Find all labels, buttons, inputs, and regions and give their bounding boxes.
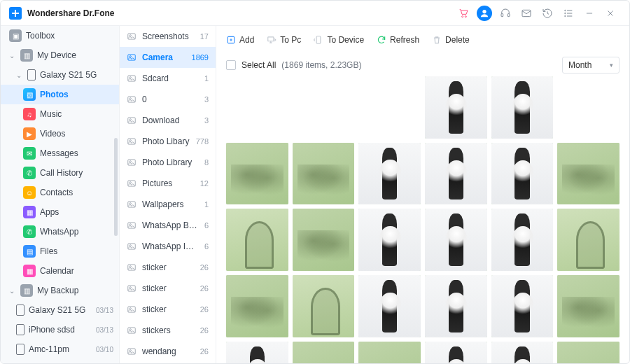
add-button[interactable]: Add bbox=[226, 35, 254, 45]
close-button[interactable] bbox=[603, 6, 618, 21]
sidebar-item-apps[interactable]: ▦Apps bbox=[1, 202, 119, 222]
photo-thumbnail[interactable] bbox=[557, 76, 620, 139]
sidebar-device[interactable]: ⌄Galaxy S21 5G bbox=[1, 65, 119, 85]
folder-item[interactable]: Wallpapers1 bbox=[120, 194, 216, 215]
to-pc-button[interactable]: To Pc bbox=[267, 35, 301, 45]
backup-item[interactable]: Amc-11pm03/10 bbox=[1, 340, 119, 359]
folder-item[interactable]: Photo Library8 bbox=[120, 152, 216, 173]
photo-thumbnail[interactable] bbox=[293, 342, 355, 363]
folder-item[interactable]: Photo Libary778 bbox=[120, 131, 216, 152]
photo-thumbnail[interactable] bbox=[425, 209, 487, 271]
to-device-button[interactable]: To Device bbox=[314, 35, 364, 45]
folder-item[interactable]: wendang26 bbox=[120, 341, 216, 362]
refresh-button[interactable]: Refresh bbox=[377, 35, 419, 45]
photo-thumbnail[interactable] bbox=[491, 76, 554, 139]
photo-thumbnail[interactable] bbox=[226, 143, 288, 205]
photo-thumbnail[interactable] bbox=[491, 209, 554, 271]
photo-thumbnail[interactable] bbox=[293, 209, 355, 271]
delete-button[interactable]: Delete bbox=[432, 35, 470, 45]
sidebar-my-device[interactable]: ⌄▥My Device bbox=[1, 46, 119, 65]
app-title: Wondershare Dr.Fone bbox=[27, 8, 114, 18]
minimize-button[interactable] bbox=[582, 6, 597, 21]
sidebar-item-contacts[interactable]: ☺Contacts bbox=[1, 183, 119, 202]
sidebar-item-videos[interactable]: ▶Videos bbox=[1, 124, 119, 144]
photo-thumbnail[interactable] bbox=[425, 143, 487, 205]
history-icon[interactable] bbox=[540, 6, 555, 21]
photo-thumbnail[interactable] bbox=[557, 209, 620, 271]
folder-label: WhatsApp Images bbox=[142, 241, 199, 251]
photo-thumbnail[interactable] bbox=[293, 76, 355, 139]
photo-thumbnail[interactable] bbox=[557, 275, 620, 337]
select-all-label[interactable]: Select All bbox=[241, 60, 276, 70]
photo-thumbnail[interactable] bbox=[293, 275, 355, 337]
folder-item[interactable]: sticker26 bbox=[120, 278, 216, 299]
photo-thumbnail[interactable] bbox=[557, 143, 620, 205]
item-count: (1869 items, 2.23GB) bbox=[281, 60, 361, 70]
photo-thumbnail[interactable] bbox=[358, 275, 421, 337]
folder-item[interactable]: Sdcard1 bbox=[120, 68, 216, 89]
photo-grid bbox=[216, 76, 629, 363]
image-icon bbox=[127, 346, 136, 356]
photo-thumbnail[interactable] bbox=[425, 342, 487, 363]
photo-thumbnail[interactable] bbox=[425, 76, 487, 139]
folder-item[interactable]: Camera1869 bbox=[120, 47, 216, 68]
folder-item[interactable]: sticker26 bbox=[120, 257, 216, 278]
photo-thumbnail[interactable] bbox=[226, 275, 288, 337]
image-icon bbox=[127, 304, 136, 314]
photo-thumbnail[interactable] bbox=[293, 143, 355, 205]
folder-item[interactable]: Pictures12 bbox=[120, 173, 216, 194]
backup-item[interactable]: iPhone sdsd03/13 bbox=[1, 320, 119, 340]
image-icon bbox=[127, 94, 136, 104]
folder-label: wendang bbox=[142, 346, 195, 356]
folder-item[interactable]: WhatsApp Images6 bbox=[120, 236, 216, 257]
folder-item[interactable]: Download3 bbox=[120, 110, 216, 131]
sidebar-my-backup[interactable]: ⌄▥My Backup bbox=[1, 281, 119, 300]
photo-thumbnail[interactable] bbox=[358, 143, 421, 205]
toolbar: Add To Pc To Device Refresh Delete bbox=[216, 26, 629, 54]
folder-item[interactable]: sticker26 bbox=[120, 299, 216, 320]
sidebar-item-music[interactable]: ♫Music bbox=[1, 104, 119, 124]
folder-count: 26 bbox=[200, 326, 209, 335]
chevron-down-icon: ▾ bbox=[610, 62, 613, 69]
sidebar-item-messages[interactable]: ✉Messages bbox=[1, 144, 119, 163]
select-all-checkbox[interactable] bbox=[226, 60, 236, 70]
photo-thumbnail[interactable] bbox=[425, 275, 487, 337]
mail-icon[interactable] bbox=[519, 6, 534, 21]
list-icon[interactable] bbox=[561, 6, 576, 21]
photo-thumbnail[interactable] bbox=[557, 342, 620, 363]
sidebar-item-calendar[interactable]: ▦Calendar bbox=[1, 261, 119, 281]
sidebar-scrollbar[interactable] bbox=[114, 138, 118, 236]
folder-item[interactable]: WhatsApp Busin..6 bbox=[120, 215, 216, 236]
image-icon bbox=[127, 158, 136, 167]
sidebar-item-photos[interactable]: ▧Photos bbox=[1, 85, 119, 104]
group-dropdown[interactable]: Month▾ bbox=[562, 57, 620, 74]
folder-item[interactable]: 03 bbox=[120, 89, 216, 110]
sidebar-item-files[interactable]: ▤Files bbox=[1, 241, 119, 261]
sidebar-item-whatsapp[interactable]: ✆WhatsApp bbox=[1, 222, 119, 241]
folder-count: 778 bbox=[196, 137, 209, 146]
photo-thumbnail[interactable] bbox=[226, 209, 288, 271]
photo-thumbnail[interactable] bbox=[491, 275, 554, 337]
sidebar-toolbox[interactable]: ▣Toolbox bbox=[1, 26, 119, 46]
folder-label: Pictures bbox=[142, 178, 195, 188]
backup-item[interactable]: iPhone 13aaa03/03 bbox=[1, 359, 119, 363]
folder-label: 0 bbox=[142, 94, 199, 104]
svg-point-7 bbox=[565, 13, 566, 13]
image-icon bbox=[127, 52, 136, 62]
folder-item[interactable]: Screenshots17 bbox=[120, 26, 216, 47]
photo-thumbnail[interactable] bbox=[226, 76, 288, 139]
photo-thumbnail[interactable] bbox=[358, 76, 421, 139]
photo-thumbnail[interactable] bbox=[491, 143, 554, 205]
headset-icon[interactable] bbox=[498, 6, 513, 21]
photo-thumbnail[interactable] bbox=[358, 342, 421, 363]
sidebar-item-call-history[interactable]: ✆Call History bbox=[1, 163, 119, 183]
svg-point-8 bbox=[565, 15, 566, 16]
backup-item[interactable]: Galaxy S21 5G03/13 bbox=[1, 300, 119, 320]
photo-thumbnail[interactable] bbox=[358, 209, 421, 271]
photo-thumbnail[interactable] bbox=[491, 342, 554, 363]
photo-thumbnail[interactable] bbox=[226, 342, 288, 363]
user-icon[interactable] bbox=[477, 6, 492, 21]
folder-label: stickers bbox=[142, 326, 195, 335]
cart-icon[interactable] bbox=[456, 6, 471, 21]
folder-item[interactable]: stickers26 bbox=[120, 320, 216, 341]
